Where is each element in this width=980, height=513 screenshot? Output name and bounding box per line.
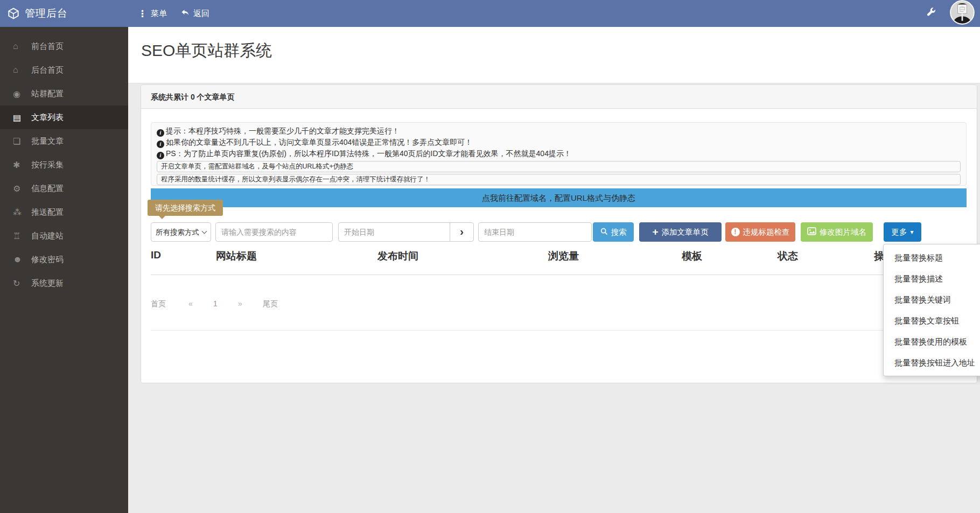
panel-heading: 系统共累计 0 个文章单页 bbox=[141, 85, 977, 109]
home-icon: ⌂ bbox=[13, 41, 31, 51]
back-label: 返回 bbox=[193, 9, 209, 19]
more-button[interactable]: 更多 ▾ bbox=[884, 222, 921, 242]
date-range-chevron-icon[interactable]: › bbox=[450, 222, 474, 242]
sidebar: ⌂前台首页 ⌂后台首页 ◉站群配置 ▤文章列表 ❏批量文章 ✱按行采集 ⚙信息配… bbox=[0, 27, 128, 513]
paw-icon: ⁂ bbox=[13, 207, 31, 217]
end-date-input[interactable] bbox=[478, 222, 592, 242]
image-icon bbox=[807, 227, 816, 237]
sidebar-item-info-config[interactable]: ⚙信息配置 bbox=[0, 177, 128, 200]
end-date-wrap bbox=[478, 222, 592, 242]
plus-icon: + bbox=[652, 227, 658, 237]
user-icon: ☻ bbox=[13, 255, 31, 264]
dropdown-item-batch-replace-article-button[interactable]: 批量替换文章按钮 bbox=[884, 310, 980, 331]
gear-icon: ⚙ bbox=[13, 184, 31, 194]
top-navbar: 管理后台 ⋮ 菜单 返回 bbox=[0, 0, 980, 27]
chrome-icon: ◉ bbox=[13, 89, 31, 99]
table-header-divider bbox=[151, 275, 965, 275]
menu-toggle[interactable]: ⋮ 菜单 bbox=[138, 9, 167, 19]
navbar-links: ⋮ 菜单 返回 bbox=[128, 9, 209, 19]
start-date-input[interactable] bbox=[338, 222, 450, 242]
sidebar-item-label: 后台首页 bbox=[31, 65, 64, 75]
brand-title: 管理后台 bbox=[25, 6, 68, 20]
pagination-next[interactable]: » bbox=[238, 299, 242, 308]
column-header-views: 浏览量 bbox=[548, 249, 579, 263]
dropdown-item-batch-replace-keywords[interactable]: 批量替换关键词 bbox=[884, 289, 980, 310]
sidebar-item-frontend-home[interactable]: ⌂前台首页 bbox=[0, 34, 128, 58]
sidebar-item-label: 信息配置 bbox=[31, 184, 64, 194]
add-article-button[interactable]: + 添加文章单页 bbox=[639, 222, 722, 242]
cube-logo-icon bbox=[8, 8, 19, 19]
sidebar-item-label: 站群配置 bbox=[31, 89, 64, 99]
keyword-field-wrap bbox=[215, 222, 333, 242]
sidebar-item-auto-build[interactable]: ♖自动建站 bbox=[0, 224, 128, 248]
page-title: SEO单页站群系统 bbox=[141, 40, 272, 62]
list-icon: ▤ bbox=[13, 113, 31, 123]
info-icon: i bbox=[157, 152, 164, 159]
bank-icon: ♖ bbox=[13, 231, 31, 241]
notice-box: 程序采用的数量统计缓存，所以文章列表显示偶尔存在一点冲突，清理下统计缓存就行了！ bbox=[157, 174, 961, 185]
navbar-right bbox=[926, 0, 980, 27]
column-header-template: 模板 bbox=[682, 249, 702, 263]
sidebar-item-backend-home[interactable]: ⌂后台首页 bbox=[0, 58, 128, 82]
notice-line: i如果你的文章量达不到几千以上，访问文章单页显示404错误是正常情况！多弄点文章… bbox=[157, 137, 961, 148]
notice-well: i提示：本程序技巧特殊，一般需要至少几千的文章才能支撑完美运行！ i如果你的文章… bbox=[151, 122, 967, 186]
sidebar-item-batch-articles[interactable]: ❏批量文章 bbox=[0, 129, 128, 153]
dropdown-item-batch-replace-template[interactable]: 批量替换使用的模板 bbox=[884, 331, 980, 352]
title-band: SEO单页站群系统 bbox=[128, 27, 980, 83]
dropdown-item-batch-replace-description[interactable]: 批量替换描述 bbox=[884, 268, 980, 289]
wrench-icon[interactable] bbox=[926, 8, 936, 19]
keyword-input[interactable] bbox=[215, 222, 333, 242]
pagination-page-1[interactable]: 1 bbox=[213, 299, 218, 308]
avatar[interactable] bbox=[950, 0, 975, 27]
refresh-icon: ↻ bbox=[13, 278, 31, 289]
column-header-status: 状态 bbox=[778, 249, 798, 263]
search-icon bbox=[600, 228, 608, 237]
caret-down-icon: ▾ bbox=[910, 228, 913, 236]
pagination-first[interactable]: 首页 bbox=[151, 299, 166, 309]
column-header-id: ID bbox=[151, 249, 161, 261]
sidebar-item-label: 修改密码 bbox=[31, 255, 64, 265]
sidebar-item-label: 按行采集 bbox=[31, 160, 64, 170]
dropdown-item-batch-replace-title[interactable]: 批量替换标题 bbox=[884, 247, 980, 268]
sidebar-item-label: 批量文章 bbox=[31, 136, 64, 146]
more-dropdown-menu: 批量替换标题 批量替换描述 批量替换关键词 批量替换文章按钮 批量替换使用的模板… bbox=[883, 244, 980, 376]
info-icon: i bbox=[157, 129, 164, 137]
sidebar-item-label: 文章列表 bbox=[31, 113, 64, 123]
article-panel: 系统共累计 0 个文章单页 i提示：本程序技巧特殊，一般需要至少几千的文章才能支… bbox=[141, 85, 977, 383]
brand[interactable]: 管理后台 bbox=[0, 6, 128, 20]
pagination-last[interactable]: 尾页 bbox=[263, 299, 278, 309]
home-icon: ⌂ bbox=[13, 65, 31, 75]
column-header-site-title: 网站标题 bbox=[216, 249, 257, 263]
sidebar-item-label: 推送配置 bbox=[31, 207, 64, 217]
back-icon bbox=[181, 9, 190, 18]
sidebar-item-article-list[interactable]: ▤文章列表 bbox=[0, 106, 128, 129]
sidebar-item-label: 系统更新 bbox=[31, 278, 64, 289]
book-icon: ❏ bbox=[13, 136, 31, 146]
sidebar-item-label: 自动建站 bbox=[31, 231, 64, 241]
modify-image-domain-button[interactable]: 修改图片域名 bbox=[801, 222, 873, 242]
sidebar-item-sitegroup-config[interactable]: ◉站群配置 bbox=[0, 82, 128, 106]
violation-title-check-button[interactable]: ! 违规标题检查 bbox=[725, 222, 795, 242]
sidebar-item-label: 前台首页 bbox=[31, 41, 64, 52]
menu-icon: ⋮ bbox=[138, 9, 147, 18]
notice-box: 开启文章单页，需配置站群域名，及每个站点的URL格式+伪静态 bbox=[157, 161, 961, 172]
asterisk-icon: ✱ bbox=[13, 160, 31, 170]
dropdown-item-batch-replace-button-url[interactable]: 批量替换按钮进入地址 bbox=[884, 352, 980, 373]
search-button[interactable]: 搜索 bbox=[593, 222, 634, 242]
sidebar-item-push-config[interactable]: ⁂推送配置 bbox=[0, 200, 128, 224]
sidebar-item-system-update[interactable]: ↻系统更新 bbox=[0, 271, 128, 295]
config-domain-banner[interactable]: 点我前往配置域名，配置URL格式与伪静态 bbox=[151, 188, 967, 207]
search-mode-tooltip: 请先选择搜索方式 bbox=[148, 200, 223, 216]
menu-label: 菜单 bbox=[151, 9, 167, 19]
info-icon: i bbox=[157, 140, 164, 148]
exclamation-circle-icon: ! bbox=[731, 228, 740, 236]
table-bottom-divider bbox=[151, 330, 965, 331]
sidebar-item-change-password[interactable]: ☻修改密码 bbox=[0, 248, 128, 271]
sidebar-item-line-collect[interactable]: ✱按行采集 bbox=[0, 153, 128, 177]
column-header-publish-time: 发布时间 bbox=[377, 249, 418, 263]
pagination-prev[interactable]: « bbox=[188, 299, 193, 308]
notice-line: iPS：为了防止单页内容重复(伪原创)，所以本程序ID算法特殊，一般第40页后的… bbox=[157, 148, 961, 159]
search-mode-select[interactable]: 所有搜索方式 bbox=[151, 222, 211, 242]
start-date-wrap bbox=[338, 222, 450, 242]
back-link[interactable]: 返回 bbox=[181, 9, 209, 19]
